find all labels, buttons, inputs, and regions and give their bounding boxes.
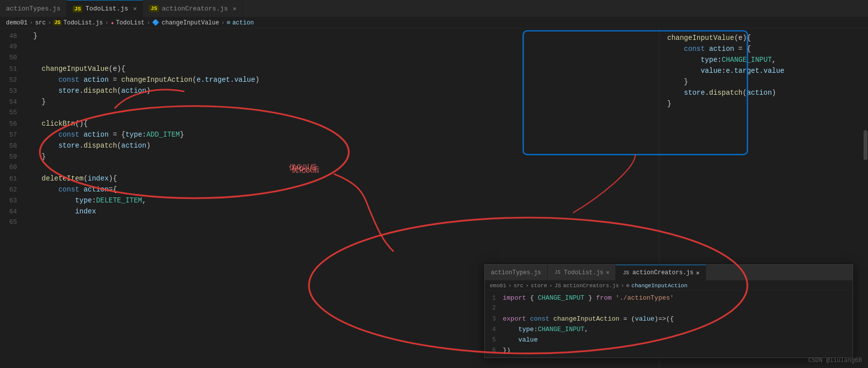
code-line-51: 51 changeInputValue(e){ (0, 63, 659, 74)
breadcrumb-class: ⬥ (111, 19, 114, 26)
right-line-5: } (667, 76, 868, 87)
js-icon: JS (622, 270, 630, 276)
right-line-6: store.dispatch(action) (667, 87, 868, 98)
popup-code-line-6: 6 }) (485, 345, 853, 356)
popup-breadcrumb: emo01 › src › store › JS actionCreators.… (485, 281, 853, 291)
popup-editor: actionTypes.js JS TodoList.js ✕ JS actio… (484, 264, 853, 358)
code-line-60: 60 (0, 162, 659, 173)
tab-label: TodoList.js (85, 5, 128, 12)
breadcrumb-path: demo01 (6, 19, 27, 26)
popup-tab-label: TodoList.js (564, 269, 603, 276)
code-line-54: 54 } (0, 96, 659, 107)
scrollbar-track[interactable] (863, 28, 868, 368)
code-line-57: 57 const action = {type:ADD_ITEM} (0, 129, 659, 140)
code-line-55: 55 (0, 107, 659, 118)
breadcrumb-var: action (232, 19, 254, 26)
breadcrumb: demo01 › src › JS TodoList.js › ⬥ TodoLi… (0, 17, 868, 28)
breadcrumb-var-icon: ⊙ (227, 19, 230, 26)
breadcrumb-sep: › (29, 19, 33, 26)
popup-code-line-4: 4 type:CHANGE_INPUT, (485, 324, 853, 335)
breadcrumb-method: changeInputValue (161, 19, 219, 26)
tab-actionCreators[interactable]: JS actionCreators.js ✕ (143, 0, 243, 17)
tab-label: actionCreators.js (162, 5, 228, 12)
close-icon[interactable]: ✕ (696, 269, 700, 277)
tab-bar: actionTypes.js JS TodoList.js ✕ JS actio… (0, 0, 868, 17)
close-icon[interactable]: ✕ (606, 269, 609, 276)
right-line-4: value:e.target.value (667, 65, 868, 76)
popup-tab-actionTypes[interactable]: actionTypes.js (485, 265, 548, 281)
close-icon[interactable]: ✕ (233, 5, 236, 12)
code-line-53: 53 store.dispatch(action) (0, 85, 659, 96)
popup-tab-label: actionTypes.js (491, 269, 541, 276)
editor-main: 48 } 49 50 51 changeInputValue(e){ 52 co… (0, 28, 868, 368)
popup-tab-bar: actionTypes.js JS TodoList.js ✕ JS actio… (485, 265, 853, 281)
popup-code-line-5: 5 value (485, 335, 853, 345)
breadcrumb-class-name: TodoList (116, 19, 145, 26)
optimize-label: 优化以后 (291, 166, 319, 175)
code-line-48: 48 } (0, 30, 659, 41)
popup-code-line-3: 3 export const changeInputAction = (valu… (485, 314, 853, 324)
tab-todoList[interactable]: JS TodoList.js ✕ (67, 0, 143, 17)
right-panel-code: changeInputValue(e){ const action = { ty… (659, 28, 868, 109)
code-line-63: 63 type:DELETE_ITEM, (0, 195, 659, 206)
code-line-64: 64 index (0, 206, 659, 217)
code-line-50: 50 (0, 52, 659, 63)
popup-tab-todoList[interactable]: JS TodoList.js ✕ (548, 265, 616, 281)
popup-code: 1 import { CHANGE_INPUT } from './action… (485, 291, 853, 358)
right-line-7: } (667, 98, 868, 109)
popup-code-line-1: 1 import { CHANGE_INPUT } from './action… (485, 293, 853, 303)
js-icon: JS (554, 270, 562, 275)
js-icon: JS (149, 5, 158, 12)
breadcrumb-method-icon: 🔷 (152, 19, 159, 26)
code-line-49: 49 (0, 41, 659, 52)
js-icon: JS (555, 283, 561, 289)
right-line-1: changeInputValue(e){ (667, 32, 868, 43)
breadcrumb-file: TodoList.js (63, 19, 103, 26)
popup-tab-label: actionCreators.js (632, 269, 693, 276)
popup-tab-actionCreators[interactable]: JS actionCreators.js ✕ (616, 265, 706, 281)
code-line-58: 58 store.dispatch(action) (0, 140, 659, 151)
code-line-52: 52 const action = changeInputAction(e.tr… (0, 74, 659, 85)
code-line-61: 61 deleteItem(index){ (0, 173, 659, 184)
tab-actionTypes[interactable]: actionTypes.js (0, 0, 67, 17)
popup-code-line-2: 2 (485, 303, 853, 314)
breadcrumb-sep: › (221, 19, 225, 26)
breadcrumb-sep: › (146, 19, 150, 26)
breadcrumb-sep: › (48, 19, 51, 26)
watermark: CSDN @liulang68 (808, 357, 862, 364)
code-line-56: 56 clickBtn(){ (0, 118, 659, 129)
js-icon-small: JS (53, 20, 61, 25)
js-icon: JS (73, 5, 82, 12)
breadcrumb-sep: › (105, 19, 108, 26)
right-line-3: type:CHANGE_INPUT, (667, 54, 868, 65)
code-line-62: 62 const action={ (0, 184, 659, 195)
close-icon[interactable]: ✕ (133, 5, 137, 12)
breadcrumb-src: src (35, 19, 46, 26)
code-line-65: 65 (0, 217, 659, 228)
right-line-2: const action = { (667, 43, 868, 54)
scrollbar-thumb[interactable] (864, 130, 868, 160)
tab-label: actionTypes.js (6, 5, 60, 12)
code-line-59: 59 } (0, 151, 659, 162)
